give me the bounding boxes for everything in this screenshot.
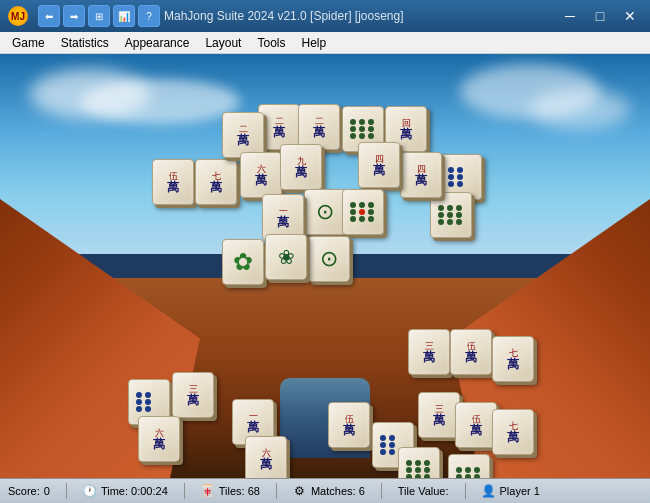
toolbar-btn-2[interactable]: ➡: [63, 5, 85, 27]
tile-16[interactable]: [430, 192, 472, 238]
status-divider-3: [276, 483, 277, 499]
title-bar-left: MJ ⬅ ➡ ⊞ 📊 ? MahJong Suite 2024 v21.0 [S…: [8, 5, 404, 27]
tile-6[interactable]: 伍萬: [152, 159, 194, 205]
close-button[interactable]: ✕: [618, 7, 642, 25]
tile-14[interactable]: ⊙: [304, 189, 346, 235]
menu-game[interactable]: Game: [4, 34, 53, 52]
status-tile-value: Tile Value:: [398, 485, 449, 497]
status-bar: Score: 0 🕐 Time: 0:00:24 🀄 Tiles: 68 ⚙ M…: [0, 478, 650, 503]
toolbar-btn-4[interactable]: 📊: [113, 5, 135, 27]
status-divider-1: [66, 483, 67, 499]
tile-19[interactable]: ⊙: [308, 236, 350, 282]
menu-bar: Game Statistics Appearance Layout Tools …: [0, 32, 650, 54]
tile-7[interactable]: 七萬: [195, 159, 237, 205]
tile-34[interactable]: [448, 454, 490, 478]
status-score: Score: 0: [8, 485, 50, 497]
tile-11[interactable]: 四萬: [400, 152, 442, 198]
status-divider-5: [465, 483, 466, 499]
status-divider-2: [184, 483, 185, 499]
tile-value-label: Tile Value:: [398, 485, 449, 497]
tile-10[interactable]: 四萬: [358, 142, 400, 188]
minimize-button[interactable]: ─: [558, 7, 582, 25]
time-value: Time: 0:00:24: [101, 485, 168, 497]
tile-32[interactable]: 七萬: [492, 409, 534, 455]
menu-appearance[interactable]: Appearance: [117, 34, 198, 52]
score-value: 0: [44, 485, 50, 497]
window-title: MahJong Suite 2024 v21.0 [Spider] [joose…: [164, 9, 404, 23]
player-icon: 👤: [482, 484, 496, 498]
player-value: Player 1: [500, 485, 540, 497]
clock-icon: 🕐: [83, 484, 97, 498]
status-player: 👤 Player 1: [482, 484, 540, 498]
tile-30[interactable]: 三萬: [418, 392, 460, 438]
cloud-4: [530, 89, 630, 129]
status-divider-4: [381, 483, 382, 499]
status-time: 🕐 Time: 0:00:24: [83, 484, 168, 498]
tile-15[interactable]: [342, 189, 384, 235]
tiles-value: Tiles: 68: [219, 485, 260, 497]
toolbar-btn-1[interactable]: ⬅: [38, 5, 60, 27]
menu-statistics[interactable]: Statistics: [53, 34, 117, 52]
tile-27[interactable]: 六萬: [245, 436, 287, 478]
toolbar-btn-5[interactable]: ?: [138, 5, 160, 27]
tile-22[interactable]: 七萬: [492, 336, 534, 382]
matches-value: Matches: 6: [311, 485, 365, 497]
toolbar-btn-3[interactable]: ⊞: [88, 5, 110, 27]
tile-33[interactable]: [398, 447, 440, 478]
matches-icon: ⚙: [293, 484, 307, 498]
tile-9[interactable]: 九萬: [280, 144, 322, 190]
tile-28[interactable]: 伍萬: [328, 402, 370, 448]
app-icon: MJ: [8, 6, 28, 26]
tile-8[interactable]: 六萬: [240, 152, 282, 198]
tile-25[interactable]: 六萬: [138, 416, 180, 462]
window-controls: ─ □ ✕: [558, 7, 642, 25]
tile-17[interactable]: ✿: [222, 239, 264, 285]
tile-20[interactable]: 三萬: [408, 329, 450, 375]
tiles-icon: 🀄: [201, 484, 215, 498]
status-matches: ⚙ Matches: 6: [293, 484, 365, 498]
status-tiles: 🀄 Tiles: 68: [201, 484, 260, 498]
menu-tools[interactable]: Tools: [249, 34, 293, 52]
game-area: 二萬 二萬 二萬 回萬 伍萬 七萬 六萬 九萬 四萬 四萬 一萬 ⊙: [0, 54, 650, 478]
title-bar: MJ ⬅ ➡ ⊞ 📊 ? MahJong Suite 2024 v21.0 [S…: [0, 0, 650, 32]
tile-18[interactable]: ❀: [265, 234, 307, 280]
cloud-2: [80, 79, 240, 124]
toolbar-icons: ⬅ ➡ ⊞ 📊 ?: [38, 5, 160, 27]
tile-24[interactable]: 三萬: [172, 372, 214, 418]
tile-21[interactable]: 伍萬: [450, 329, 492, 375]
maximize-button[interactable]: □: [588, 7, 612, 25]
tile-31[interactable]: 伍萬: [455, 402, 497, 448]
score-label: Score:: [8, 485, 40, 497]
menu-layout[interactable]: Layout: [197, 34, 249, 52]
menu-help[interactable]: Help: [293, 34, 334, 52]
